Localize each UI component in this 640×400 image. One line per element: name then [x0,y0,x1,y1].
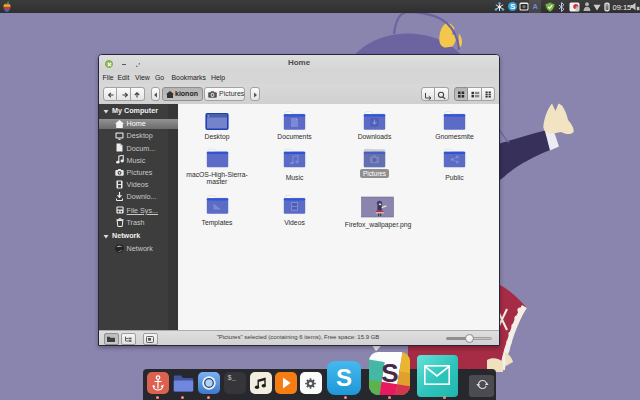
svg-text:S: S [381,358,398,388]
